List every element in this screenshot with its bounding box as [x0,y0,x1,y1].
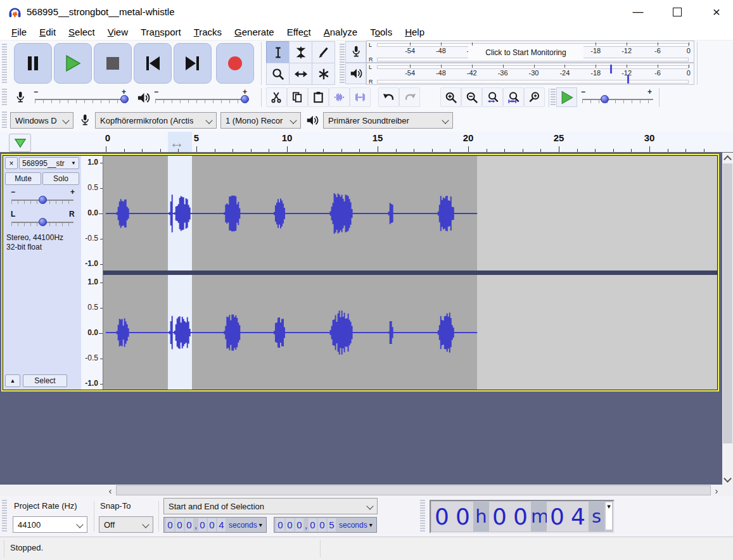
copy-button[interactable] [287,87,308,107]
time-digit[interactable]: 0 [286,518,294,531]
recording-device-dropdown[interactable]: Kopfhörermikrofon (Arctis [95,112,217,129]
menu-effect[interactable]: Effect [281,25,317,39]
menu-help[interactable]: Help [398,25,431,39]
toolbar-grip[interactable] [340,44,345,83]
zoom-in-button[interactable] [440,87,461,107]
play-button[interactable] [54,43,92,84]
mute-button[interactable]: Mute [5,172,41,185]
track-control-panel[interactable]: × 568995__str ▼ Mute Solo − + L R Stereo… [3,156,81,390]
horizontal-scroll-thumb[interactable] [116,485,711,495]
fit-project-button[interactable] [503,87,524,107]
menu-generate[interactable]: Generate [228,25,281,39]
multi-tool-button[interactable] [312,63,335,85]
snap-to-dropdown[interactable]: Off [99,516,153,533]
zoom-out-button[interactable] [461,87,482,107]
position-digit[interactable]: 0 [510,502,531,531]
gain-thumb[interactable] [39,196,47,204]
playback-device-dropdown[interactable]: Primärer Soundtreiber [323,112,453,129]
menu-analyze[interactable]: Analyze [317,25,364,39]
play-at-speed-button[interactable] [556,87,577,107]
pan-thumb[interactable] [39,218,47,226]
fit-selection-button[interactable] [482,87,503,107]
minimize-button[interactable]: — [623,0,653,24]
timeline[interactable]: ↔ 051015202530 [0,132,733,153]
draw-tool-button[interactable] [312,41,335,63]
trim-audio-button[interactable] [329,87,350,107]
toolbar-grip[interactable] [2,111,7,129]
playback-volume-thumb[interactable] [241,95,249,103]
time-shift-tool-button[interactable] [289,63,312,85]
play-speed-thumb[interactable] [601,95,609,103]
skip-to-start-button[interactable] [134,43,172,84]
play-meter-button[interactable] [345,63,366,84]
menu-tools[interactable]: Tools [364,25,398,39]
envelope-tool-button[interactable] [289,41,312,63]
waveform-channel-right[interactable] [103,275,718,390]
close-button[interactable]: × [702,0,731,24]
audio-position-display[interactable]: 00h00m04s▾ [430,500,615,533]
horizontal-scrollbar[interactable]: ‹ › [0,485,733,496]
recording-channels-dropdown[interactable]: 1 (Mono) Recor [220,112,301,129]
vertical-scrollbar[interactable] [722,153,733,485]
pause-button[interactable] [14,43,52,84]
project-rate-dropdown[interactable]: 44100 [13,516,87,533]
position-digit[interactable]: 0 [489,502,510,531]
collapse-track-button[interactable]: ▲ [5,374,20,387]
toolbar-grip[interactable] [420,500,425,533]
scroll-right-button[interactable]: › [711,485,722,496]
position-digit[interactable]: 4 [568,502,589,531]
recording-volume-thumb[interactable] [120,95,129,103]
menu-transport[interactable]: Transport [134,25,188,39]
time-digit[interactable]: 0 [175,518,184,531]
time-digit[interactable]: 4 [217,518,226,531]
time-digit[interactable]: 0 [185,518,193,531]
time-digit[interactable]: 5 [328,518,336,531]
timeline-options-button[interactable] [9,134,31,152]
selection-mode-dropdown[interactable]: Start and End of Selection [163,498,378,514]
toolbar-grip[interactable] [551,89,556,106]
toolbar-grip[interactable] [2,500,7,533]
time-digit[interactable]: 0 [276,518,284,531]
zoom-toggle-button[interactable] [524,87,545,107]
scroll-up-button[interactable] [722,153,733,163]
horizontal-scroll-trough[interactable] [116,485,711,495]
toolbar-grip[interactable] [2,44,7,83]
time-digit[interactable]: 0 [208,518,216,531]
playback-meter[interactable]: LR-54-48-42-36-30-24-18-12-60 [366,63,694,85]
undo-button[interactable] [378,87,399,107]
position-digit[interactable]: 0 [547,502,568,531]
record-meter-button[interactable] [345,41,366,63]
position-digit[interactable]: 0 [452,502,473,531]
track-close-button[interactable]: × [5,157,18,169]
scroll-left-button[interactable]: ‹ [105,485,116,496]
selection-start-field[interactable]: 000,004seconds▾ [163,517,267,533]
track-name-menu[interactable]: 568995__str ▼ [19,157,79,169]
time-digit[interactable]: 0 [198,518,207,531]
paste-button[interactable] [308,87,329,107]
menu-tracks[interactable]: Tracks [188,25,228,39]
menu-edit[interactable]: Edit [33,25,62,39]
scroll-down-button[interactable] [722,474,733,485]
skip-to-end-button[interactable] [174,43,212,84]
time-digit[interactable]: 0 [318,518,326,531]
vertical-scale-ruler[interactable]: 1.00.50.0-0.5-1.01.00.50.0-0.5-1.0 [81,156,103,390]
waveform-channel-left[interactable] [103,156,718,270]
toolbar-grip[interactable] [2,89,7,106]
time-digit[interactable]: 0 [166,518,174,531]
silence-audio-button[interactable] [350,87,371,107]
zoom-tool-button[interactable] [266,63,290,85]
monitoring-overlay[interactable]: Click to Start Monitoring [468,46,583,58]
redo-button[interactable] [399,87,420,107]
track-select-button[interactable]: Select [23,374,67,387]
selection-tool-button[interactable] [266,41,290,63]
time-ruler[interactable]: ↔ 051015202530 [105,132,722,152]
channel-divider[interactable] [103,270,718,275]
menu-file[interactable]: File [5,25,33,39]
caret-down-icon[interactable]: ▾ [606,502,612,530]
menu-select[interactable]: Select [62,25,101,39]
caret-down-icon[interactable]: ▾ [369,521,373,528]
selection-end-field[interactable]: 000,005seconds▾ [274,517,377,533]
time-digit[interactable]: 0 [309,518,317,531]
recording-meter[interactable]: LR-54-48-42-18-12-60Click to Start Monit… [366,41,694,63]
stop-button[interactable] [94,43,132,84]
